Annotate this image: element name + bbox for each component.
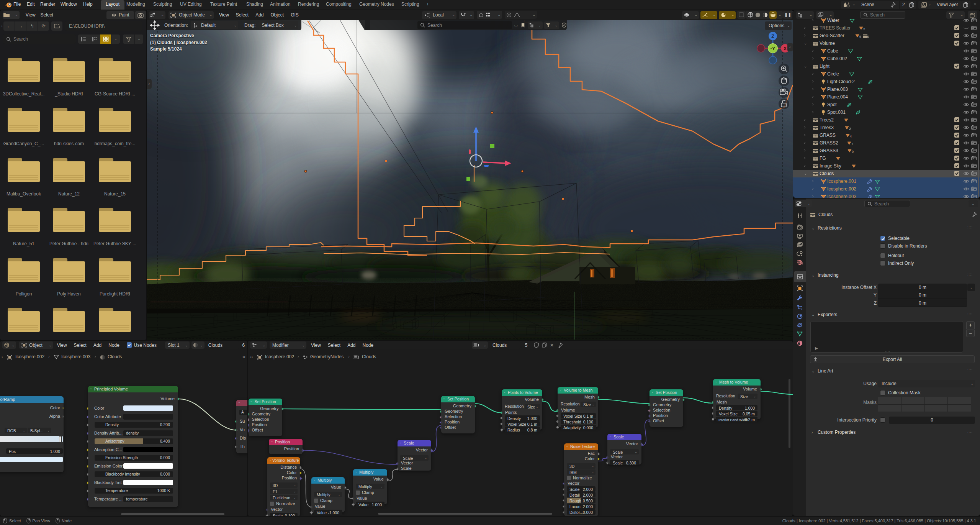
svg-text:Z: Z bbox=[771, 34, 774, 39]
svg-text:-Y: -Y bbox=[771, 46, 775, 51]
svg-text:X: X bbox=[784, 46, 787, 51]
svg-text:‹: ‹ bbox=[789, 45, 791, 49]
